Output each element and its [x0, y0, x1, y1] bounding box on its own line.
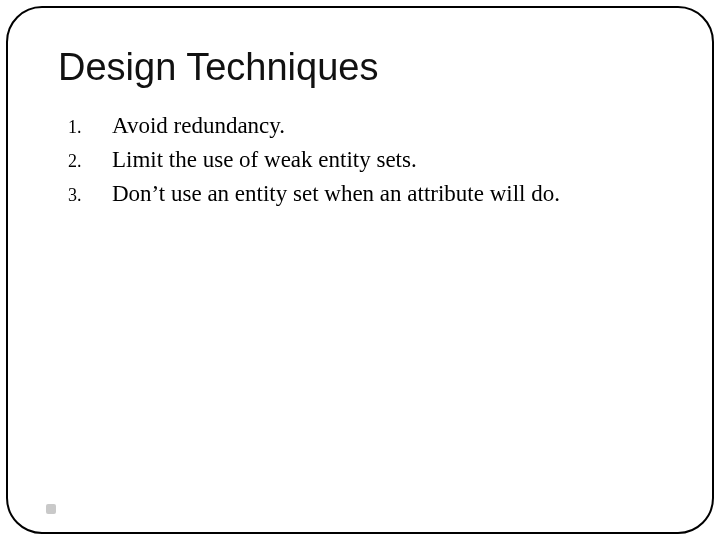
item-text: Avoid redundancy. [112, 111, 285, 141]
footer-marker-icon [46, 504, 56, 514]
item-text: Don’t use an entity set when an attribut… [112, 179, 560, 209]
slide-frame: Design Techniques 1. Avoid redundancy. 2… [6, 6, 714, 534]
item-number: 2. [68, 151, 112, 172]
list-item: 3. Don’t use an entity set when an attri… [68, 179, 662, 209]
item-number: 3. [68, 185, 112, 206]
list-item: 2. Limit the use of weak entity sets. [68, 145, 662, 175]
numbered-list: 1. Avoid redundancy. 2. Limit the use of… [68, 111, 662, 209]
item-number: 1. [68, 117, 112, 138]
slide-title: Design Techniques [58, 46, 662, 89]
item-text: Limit the use of weak entity sets. [112, 145, 417, 175]
list-item: 1. Avoid redundancy. [68, 111, 662, 141]
